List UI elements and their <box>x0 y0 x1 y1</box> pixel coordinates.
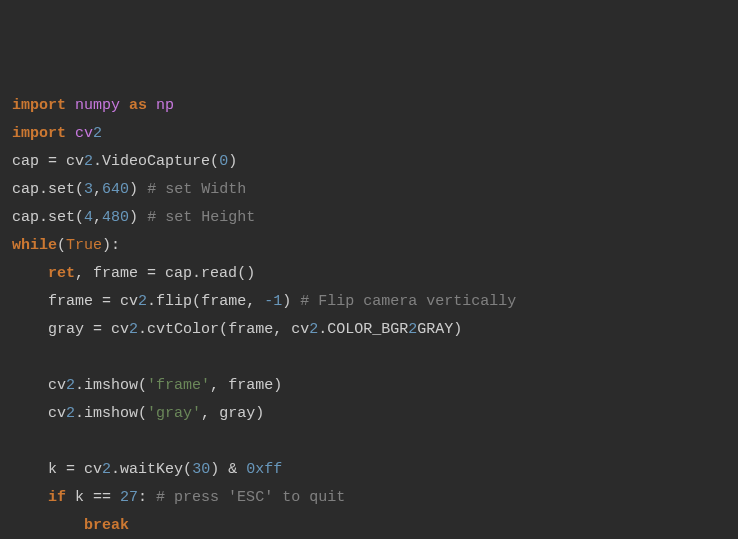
code-line: if k == 27: # press 'ESC' to quit <box>12 489 345 506</box>
code-line: cap = cv2.VideoCapture(0) <box>12 153 237 170</box>
code-line: frame = cv2.flip(frame, -1) # Flip camer… <box>12 293 516 310</box>
comment: # set Width <box>147 181 246 198</box>
comment: # set Height <box>147 209 255 226</box>
num-0: 0 <box>219 153 228 170</box>
code-line <box>12 349 21 366</box>
code-line <box>12 433 21 450</box>
code-line: while(True): <box>12 237 120 254</box>
string: 'frame' <box>147 377 210 394</box>
string: 'gray' <box>147 405 201 422</box>
keyword-break: break <box>84 517 129 534</box>
code-line: cap.set(3,640) # set Width <box>12 181 246 198</box>
comment: # Flip camera vertically <box>300 293 516 310</box>
keyword-if: if <box>48 489 66 506</box>
module-cv: cv <box>75 125 93 142</box>
comment: # press 'ESC' to quit <box>156 489 345 506</box>
code-line: cv2.imshow('gray', gray) <box>12 405 264 422</box>
keyword-import: import <box>12 125 66 142</box>
fn-videocapture: VideoCapture <box>102 153 210 170</box>
alias-np: np <box>156 97 174 114</box>
code-line: import cv2 <box>12 125 102 142</box>
code-line: gray = cv2.cvtColor(frame, cv2.COLOR_BGR… <box>12 321 462 338</box>
var-cap: cap <box>12 153 39 170</box>
code-line: k = cv2.waitKey(30) & 0xff <box>12 461 282 478</box>
code-line: ret, frame = cap.read() <box>12 265 255 282</box>
keyword-while: while <box>12 237 57 254</box>
module-numpy: numpy <box>75 97 120 114</box>
ref-cv: cv <box>66 153 84 170</box>
code-line: cv2.imshow('frame', frame) <box>12 377 282 394</box>
var-ret: ret <box>48 265 75 282</box>
keyword-as: as <box>129 97 147 114</box>
code-line: break <box>12 517 129 534</box>
code-line: cap.set(4,480) # set Height <box>12 209 255 226</box>
code-editor[interactable]: import numpy as np import cv2 cap = cv2.… <box>12 92 726 539</box>
const-true: True <box>66 237 102 254</box>
keyword-import: import <box>12 97 66 114</box>
hex-ff: 0xff <box>246 461 282 478</box>
num-2: 2 <box>93 125 102 142</box>
code-line: import numpy as np <box>12 97 174 114</box>
